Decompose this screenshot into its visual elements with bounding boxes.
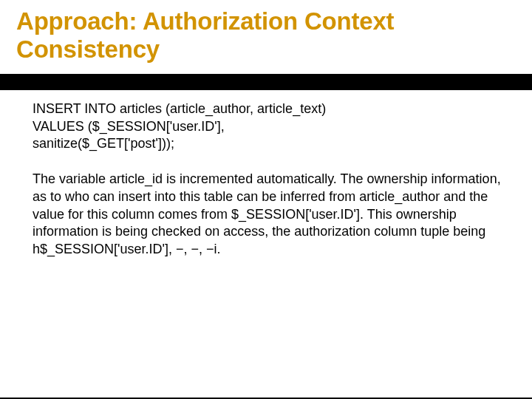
title-band: Approach: Authorization Context Consiste…	[0, 0, 532, 74]
code-line-2: VALUES ($_SESSION['user.ID'],	[33, 119, 225, 134]
code-block: INSERT INTO articles (article_author, ar…	[33, 100, 501, 153]
body-band: INSERT INTO articles (article_author, ar…	[0, 90, 532, 398]
code-line-1: INSERT INTO articles (article_author, ar…	[33, 101, 326, 116]
slide-title: Approach: Authorization Context Consiste…	[16, 7, 516, 64]
slide: Approach: Authorization Context Consiste…	[0, 0, 532, 399]
body-paragraph: The variable article_id is incremented a…	[33, 171, 501, 259]
code-line-3: sanitize($_GET['post']));	[33, 136, 174, 151]
